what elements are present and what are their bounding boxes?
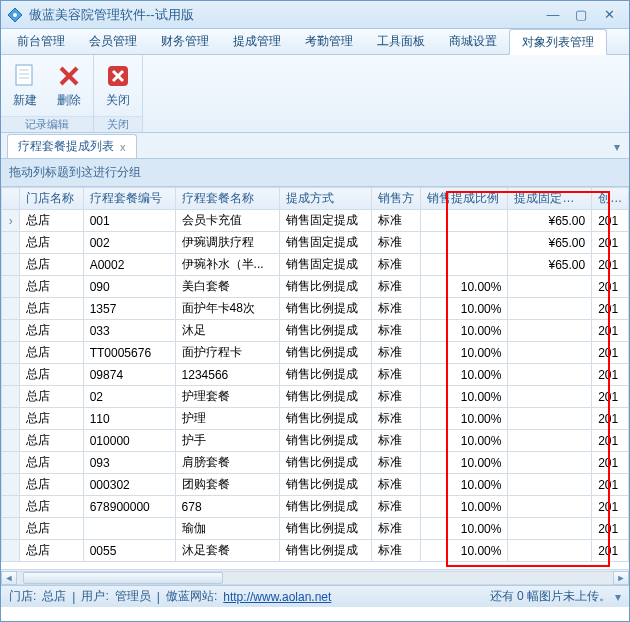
cell[interactable]: 201 [592,430,629,452]
cell[interactable]: 销售比例提成 [279,408,371,430]
column-header[interactable]: 门店名称 [20,188,83,210]
cell[interactable]: 总店 [20,540,83,562]
cell[interactable] [508,298,592,320]
cell[interactable]: 护理套餐 [175,386,279,408]
scroll-track[interactable] [17,571,613,585]
cell[interactable]: 总店 [20,364,83,386]
scroll-left-button[interactable]: ◄ [1,571,17,585]
table-row[interactable]: 总店033沐足销售比例提成标准10.00%201 [2,320,629,342]
cell[interactable]: 总店 [20,474,83,496]
cell[interactable]: 销售比例提成 [279,474,371,496]
cell[interactable]: 销售比例提成 [279,364,371,386]
row-handle[interactable] [2,342,20,364]
row-handle[interactable] [2,408,20,430]
cell[interactable]: 10.00% [420,364,508,386]
menu-item[interactable]: 工具面板 [365,29,437,54]
cell[interactable]: 10.00% [420,540,508,562]
cell[interactable]: 001 [83,210,175,232]
cell[interactable]: 销售比例提成 [279,298,371,320]
cell[interactable]: 10.00% [420,430,508,452]
row-handle[interactable] [2,276,20,298]
cell[interactable]: 09874 [83,364,175,386]
column-header[interactable]: 创建 [592,188,629,210]
scroll-thumb[interactable] [23,572,223,584]
cell[interactable]: 678900000 [83,496,175,518]
cell[interactable]: 总店 [20,254,83,276]
cell[interactable]: 销售比例提成 [279,518,371,540]
cell[interactable]: 10.00% [420,276,508,298]
cell[interactable]: ¥65.00 [508,254,592,276]
status-site-link[interactable]: http://www.aolan.net [223,590,331,604]
minimize-button[interactable]: — [539,6,567,24]
cell[interactable]: 10.00% [420,452,508,474]
menu-item[interactable]: 考勤管理 [293,29,365,54]
cell[interactable]: 标准 [371,276,420,298]
cell[interactable] [508,430,592,452]
cell[interactable] [420,254,508,276]
row-handle[interactable] [2,364,20,386]
row-handle[interactable] [2,540,20,562]
table-row[interactable]: 总店瑜伽销售比例提成标准10.00%201 [2,518,629,540]
cell[interactable]: 标准 [371,386,420,408]
table-row[interactable]: 总店090美白套餐销售比例提成标准10.00%201 [2,276,629,298]
cell[interactable]: 10.00% [420,408,508,430]
cell[interactable]: 0055 [83,540,175,562]
cell[interactable]: 1234566 [175,364,279,386]
row-handle[interactable]: › [2,210,20,232]
cell[interactable]: 标准 [371,364,420,386]
cell[interactable]: 美白套餐 [175,276,279,298]
column-header[interactable]: 提成方式 [279,188,371,210]
scroll-right-button[interactable]: ► [613,571,629,585]
cell[interactable]: 标准 [371,474,420,496]
cell[interactable] [508,276,592,298]
cell[interactable]: 销售比例提成 [279,276,371,298]
cell[interactable]: 10.00% [420,320,508,342]
cell[interactable]: 总店 [20,430,83,452]
cell[interactable]: 护手 [175,430,279,452]
tab-dropdown-button[interactable]: ▾ [609,136,625,158]
table-row[interactable]: 总店A0002伊琬补水（半...销售固定提成标准¥65.00201 [2,254,629,276]
group-by-panel[interactable]: 拖动列标题到这进行分组 [1,159,629,187]
cell[interactable]: 总店 [20,386,83,408]
cell[interactable]: 团购套餐 [175,474,279,496]
cell[interactable]: 总店 [20,320,83,342]
new-button[interactable]: 新建 [3,57,47,114]
row-handle[interactable] [2,474,20,496]
cell[interactable]: 090 [83,276,175,298]
cell[interactable]: 10.00% [420,518,508,540]
cell[interactable]: 总店 [20,276,83,298]
row-handle[interactable] [2,298,20,320]
cell[interactable]: 标准 [371,232,420,254]
cell[interactable]: 护理 [175,408,279,430]
table-row[interactable]: 总店010000护手销售比例提成标准10.00%201 [2,430,629,452]
cell[interactable]: 201 [592,474,629,496]
cell[interactable]: ¥65.00 [508,232,592,254]
cell[interactable]: 201 [592,496,629,518]
cell[interactable]: 伊琬补水（半... [175,254,279,276]
cell[interactable]: 总店 [20,298,83,320]
tab-commission-list[interactable]: 疗程套餐提成列表 x [7,134,137,158]
cell[interactable]: 会员卡充值 [175,210,279,232]
cell[interactable] [508,496,592,518]
cell[interactable]: 标准 [371,540,420,562]
cell[interactable]: 销售比例提成 [279,342,371,364]
cell[interactable]: 销售比例提成 [279,430,371,452]
tab-close-icon[interactable]: x [120,141,126,153]
cell[interactable]: 总店 [20,496,83,518]
chevron-down-icon[interactable]: ▾ [615,590,621,604]
row-handle[interactable] [2,232,20,254]
cell[interactable]: 沐足 [175,320,279,342]
row-handle[interactable] [2,320,20,342]
cell[interactable]: 201 [592,386,629,408]
cell[interactable]: 销售固定提成 [279,232,371,254]
table-row[interactable]: 总店678900000 678销售比例提成标准10.00%201 [2,496,629,518]
cell[interactable]: 总店 [20,452,83,474]
cell[interactable] [420,232,508,254]
cell[interactable]: 110 [83,408,175,430]
column-header[interactable]: 销售提成比例 [420,188,508,210]
cell[interactable]: 标准 [371,320,420,342]
cell[interactable]: 标准 [371,452,420,474]
cell[interactable]: 010000 [83,430,175,452]
cell[interactable]: 总店 [20,408,83,430]
cell[interactable]: 10.00% [420,474,508,496]
